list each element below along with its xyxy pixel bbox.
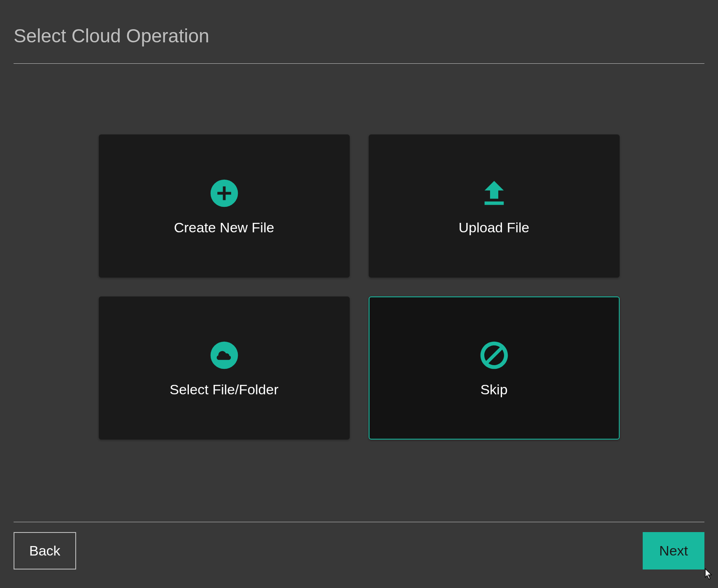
- select-file-folder-card[interactable]: Select File/Folder: [99, 296, 350, 440]
- skip-label: Skip: [480, 382, 507, 398]
- svg-rect-2: [217, 192, 231, 194]
- cursor-pointer-icon: [702, 567, 714, 584]
- upload-file-label: Upload File: [459, 220, 530, 236]
- option-card-grid: Create New File Upload File Select File/…: [0, 64, 718, 440]
- create-new-file-card[interactable]: Create New File: [99, 134, 350, 278]
- upload-icon: [478, 177, 511, 210]
- create-new-file-label: Create New File: [174, 220, 274, 236]
- upload-file-card[interactable]: Upload File: [369, 134, 620, 278]
- footer-button-row: Back Next: [14, 532, 704, 569]
- svg-rect-3: [484, 201, 504, 205]
- cloud-icon: [208, 339, 241, 372]
- back-button[interactable]: Back: [14, 532, 76, 569]
- bottom-divider: [14, 522, 704, 522]
- select-file-folder-label: Select File/Folder: [170, 382, 279, 398]
- next-button[interactable]: Next: [643, 532, 704, 569]
- page-title: Select Cloud Operation: [0, 0, 718, 63]
- add-circle-icon: [208, 177, 241, 210]
- skip-card[interactable]: Skip: [369, 296, 620, 440]
- not-interested-icon: [478, 339, 511, 372]
